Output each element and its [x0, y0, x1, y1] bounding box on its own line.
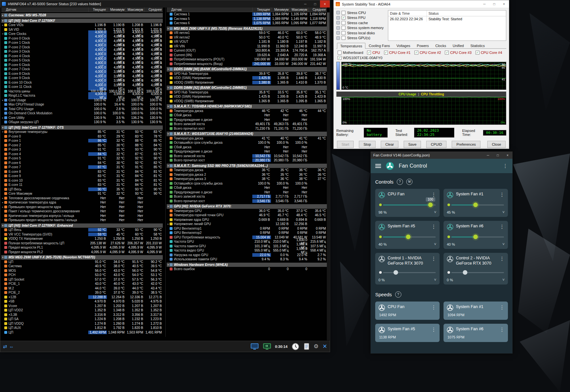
sensor-group-header[interactable]: ▾MSI MEG Z690 UNIFY-X (MS-7D28) (Renesas… [167, 26, 327, 31]
save-button[interactable]: Save [404, 141, 421, 148]
checkbox[interactable]: ✓ [414, 51, 418, 55]
sensor-row[interactable]: ▸Core VIDs1.196 B1.190 B1.208 B1.196 B [1, 23, 163, 27]
sensor-group-header[interactable]: ▾S.M.A.R.T.: TOSHIBA HDWE140 (66R9KKMCFS… [167, 104, 327, 109]
kebab-menu-icon[interactable]: ⋮ [499, 224, 505, 230]
sensor-row[interactable]: Предупреждение о дискеНетНетНет [167, 190, 327, 195]
stress-option[interactable]: Stress system memory [336, 25, 385, 31]
sensor-row[interactable]: Предел мощности PL14,095.9 W4,095.9 W4,0… [1, 245, 163, 250]
sensor-group-header[interactable]: ▾MSI MEG Z690 UNIFY-X (MS-7D28) (Nuvoton… [1, 255, 163, 260]
scrollbar[interactable] [327, 12, 329, 340]
sensor-row[interactable]: Система 61,075 RPM1,065 RPM1,095 RPM1,07… [167, 21, 327, 25]
sensor-group-header[interactable]: ▾ЦП [#0]: Intel Core i7-12700KF: DTS [1, 125, 163, 130]
sensor-row[interactable]: VDD (SWA) Напряжение1.425 B1.395 B1.425 … [167, 94, 327, 99]
sensor-group-header[interactable]: ▾S.M.A.R.T.: WDS100T1X0E-00AFY0 (21466S8… [167, 132, 327, 136]
kebab-menu-icon[interactable]: ⋮ [499, 304, 505, 310]
chevron-down-icon[interactable]: ˅ [502, 278, 505, 282]
sensor-row[interactable]: ЦП91.0 °C34.0 °C91.5 °C90.2 °C [1, 260, 163, 264]
slider-track[interactable] [383, 237, 436, 237]
slider-thumb[interactable] [463, 270, 467, 275]
sensor-group-header[interactable]: ▾ЦП [#0]: Intel Core i7-12700KF: Enhance… [1, 223, 163, 228]
slider-thumb[interactable] [473, 235, 478, 239]
sensor-row[interactable]: ЦП Весь92 °C33 °C93 °C90 °C [1, 228, 163, 232]
aida-titlebar[interactable]: System Stability Test - AIDA64 ─ □ × [334, 0, 509, 8]
checkbox[interactable]: ✓ [476, 51, 479, 55]
chevron-down-icon[interactable]: ˅ [502, 210, 505, 215]
kebab-menu-icon[interactable]: ⋮ [499, 327, 505, 333]
close-icon[interactable]: × [503, 152, 512, 159]
sensor-row[interactable]: SPD Hub Температура35.8 °C33.5 °C35.8 °C… [167, 90, 327, 95]
sensor-row[interactable]: GPU Вентилятор10 RPM0 RPM0 RPM0 RPM [167, 226, 327, 231]
kebab-menu-icon[interactable]: ⋮ [499, 256, 505, 262]
checkbox[interactable] [342, 31, 345, 35]
sensor-row[interactable]: VR VIN11.990 B11.960 B12.240 B11.997 B [167, 44, 327, 49]
help-icon[interactable]: ? [397, 179, 403, 185]
sensor-row[interactable]: Температура диска 338 °C36 °C38 °C37 °C [167, 177, 327, 181]
sensor-row[interactable]: Сбой дискаНетНетНет [167, 113, 327, 118]
hamburger-menu-icon[interactable] [375, 164, 381, 168]
fancontrol-titlebar[interactable]: Fan Control V146 (userConfig.json) ─ □ × [371, 152, 512, 159]
sensor-row[interactable]: Всего прочитал хост71,230 ГБ71,191 ГБ71,… [167, 126, 327, 131]
close-icon[interactable]: × [320, 0, 330, 8]
sensor-row[interactable]: PCIE_239.0 °C37.0 °C39.0 °C38.5 °C [1, 290, 163, 295]
clear-button[interactable]: Clear [381, 141, 398, 148]
checkbox[interactable] [342, 36, 345, 40]
sensor-row[interactable]: Сбой дискаНетНетНет [167, 145, 327, 150]
sensor-row[interactable]: E-core 983 °C31 °C84 °C81 °C [1, 174, 163, 178]
sensor-row[interactable]: ▸Тепловое дросселирование сердечникаНетН… [1, 196, 163, 201]
sensor-row[interactable]: Max CPU/Thread Usage100.0 %16.4 %100.0 %… [1, 102, 163, 107]
sensor-row[interactable]: VDDQ TX Напряжение1.250 B1.250 B1.250 B1… [1, 237, 163, 241]
minimize-icon[interactable]: ─ [483, 152, 493, 159]
slider-track[interactable]: 100 [383, 204, 436, 205]
sensor-row[interactable]: Сбой дискаНетНетНет [167, 186, 327, 190]
exit-icon[interactable]: ✕ [323, 344, 327, 349]
slider-track[interactable] [451, 204, 504, 205]
sensor-row[interactable]: E-core 11 Clock4,000.0 МГц3,999.0 МГц4,0… [1, 85, 163, 89]
sensor-row[interactable]: E-core 1183 °C31 °C84 °C81 °C [1, 183, 163, 187]
sensor-row[interactable]: Пакет / кольцо термического дросселирова… [1, 209, 163, 214]
legend-item[interactable]: ✓CPU [367, 50, 380, 55]
sensor-row[interactable]: Предупреждение о дискеНетНетНет [167, 149, 327, 154]
log-row[interactable]: 26.02.2023 22:34:26 Stability Test: Star… [388, 16, 506, 22]
sensor-row[interactable]: ▸Критическая температура ядраНетНетНет [1, 200, 163, 205]
tab-statistics[interactable]: Statistics [467, 42, 488, 48]
slider-track[interactable] [383, 272, 436, 273]
checkbox[interactable] [342, 26, 345, 30]
slider-thumb[interactable] [394, 270, 398, 275]
sensor-row[interactable]: Потребляемая мощность (POUT)190.000 W34.… [167, 57, 327, 62]
kebab-menu-icon[interactable]: ⋮ [431, 327, 436, 333]
fan-speed-slider[interactable] [447, 233, 504, 241]
chevron-down-icon[interactable]: ˅ [434, 242, 436, 247]
tools-icon[interactable]: ⚒ [406, 179, 412, 185]
tab-unified[interactable]: Unified [449, 42, 467, 48]
sensor-row[interactable]: P-core 186 °C32 °C88 °C85 °C [1, 139, 163, 143]
stop-button[interactable]: Stop [359, 141, 376, 148]
sensor-row[interactable]: Всего прочитал хост20,980 ГБ20,980 ГБ20,… [167, 158, 327, 163]
sensor-group-header[interactable]: ▾S.M.A.R.T.: Samsung SSD 980 PRO 2TB (S6… [167, 164, 327, 168]
fan-speed-slider[interactable] [447, 269, 504, 276]
sensor-row[interactable]: SPD Hub Температура39.8 °C35.8 °C39.8 °C… [167, 72, 327, 76]
slider-thumb[interactable] [473, 203, 478, 207]
sensor-row[interactable]: Температура диска46 °C42 °C46 °C44 °C [167, 109, 327, 113]
sensor-row[interactable]: Температура горячей точки GPU46.9 °C45.7… [167, 213, 327, 218]
sensor-row[interactable]: PCIE_143.0 °C40.0 °C43.0 °C42.0 °C [1, 282, 163, 286]
sensor-group-header[interactable]: ▾ЦП [#0]: Intel Core i7-12700KF [1, 19, 163, 23]
sensor-row[interactable]: P-core 391 °C31 °C93 °C90 °C [1, 147, 163, 152]
sensor-row[interactable]: P-core 083 °C29 °C83 °C78 °C [1, 134, 163, 139]
checkbox[interactable]: ✓ [338, 56, 342, 60]
monitor-icon[interactable] [250, 343, 259, 350]
checkbox[interactable]: ✓ [342, 16, 345, 20]
sensor-row[interactable]: Core Максимум91 °C32 °C93 °C90 °C [1, 191, 163, 196]
sensor-row[interactable]: Всего записей хоста2,717 ГБ2,717 ГБ2,717… [167, 194, 327, 199]
legend-item[interactable]: ✓CPU Core #2 [414, 50, 441, 55]
start-button[interactable]: Start [337, 141, 354, 148]
sensor-row[interactable]: Система 51,138 RPM1,089 RPM1,145 RPM1,11… [167, 17, 327, 21]
sensor-row[interactable]: MOS56.0 °C43.0 °C56.0 °C54.8 °C [1, 269, 163, 273]
sensor-row[interactable]: VR VOUT1.181 B1.180 B1.197 B1.182 B [167, 40, 327, 44]
swap-columns-icon[interactable]: ⇄ [3, 344, 7, 350]
clock-icon[interactable] [292, 343, 299, 351]
help-icon[interactable]: ? [395, 291, 401, 298]
sensor-row[interactable]: +12B12.288 B12.264 B12.336 B12.271 B [1, 295, 163, 300]
chevron-down-icon[interactable]: ˅ [434, 278, 436, 282]
sensor-row[interactable]: P-core 285 °C30 °C88 °C84 °C [1, 143, 163, 148]
sensor-row[interactable]: +5B4.970 B4.970 B5.020 B4.975 B [1, 299, 163, 304]
